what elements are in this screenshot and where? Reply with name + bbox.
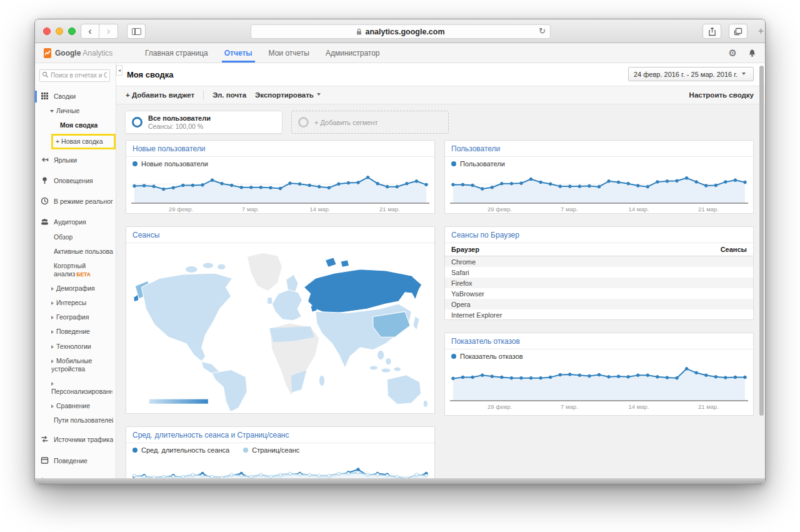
widget-title-link[interactable]: Сеансы — [126, 227, 434, 243]
sidebar-item-realtime[interactable]: В режиме реального врем — [35, 194, 116, 209]
table-row: Firefox — [445, 278, 753, 288]
search-input[interactable] — [39, 69, 110, 82]
minimize-button[interactable] — [56, 28, 63, 35]
dashboard-toolbar: + Добавить виджет Эл. почта Экспортирова… — [116, 86, 765, 104]
share-button[interactable] — [702, 24, 721, 39]
sidebar-item-my-dashboard[interactable]: Моя сводка — [35, 118, 116, 133]
sidebar-item-users-flow[interactable]: Пути пользователей — [35, 413, 116, 428]
sidebar-item-label: Поведение — [54, 457, 88, 465]
new-users-line-chart — [131, 169, 429, 204]
sidebar-item-dashboards[interactable]: Сводки — [35, 89, 116, 104]
sidebar-item-behavior[interactable]: Поведение — [35, 454, 116, 468]
sidebar-item-mobile[interactable]: Мобильные устройства — [35, 354, 114, 376]
export-button[interactable]: Экспортировать — [255, 91, 323, 99]
tabs-overview-button[interactable] — [729, 24, 748, 39]
close-button[interactable] — [43, 28, 51, 35]
tab-home[interactable]: Главная страница — [145, 43, 208, 63]
sidebar-item-overview[interactable]: Обзор — [35, 230, 116, 244]
sidebar-toggle-button[interactable] — [127, 24, 146, 39]
legend-label: Сред. длительность сеанса — [141, 446, 229, 454]
caret-right-icon — [51, 359, 54, 363]
customize-dashboard-button[interactable]: Настроить сводку — [689, 91, 754, 99]
sidebar-item-new-dashboard[interactable]: + Новая сводка — [35, 133, 116, 151]
axis-tick: 21 мар. — [698, 403, 719, 410]
horizontal-scrollbar-track[interactable] — [35, 478, 765, 484]
sidebar-item-benchmarking[interactable]: Сравнение — [35, 399, 116, 413]
widget-session-duration: Сред. длительность сеанса и Страниц/сеан… — [126, 426, 435, 484]
back-button[interactable]: ‹ — [81, 24, 99, 39]
add-segment-label: + Добавить сегмент — [314, 119, 378, 126]
add-segment-button[interactable]: + Добавить сегмент — [291, 111, 449, 134]
segment-ring-icon — [132, 117, 142, 128]
sidebar-item-alerts[interactable]: Оповещения — [35, 174, 116, 188]
sidebar-item-label: Поведение — [56, 328, 90, 335]
sidebar-item-label: Обзор — [54, 233, 72, 241]
add-widget-button[interactable]: + Добавить виджет — [126, 91, 194, 99]
sidebar-item-label: Мобильные устройства — [51, 357, 92, 373]
sidebar-item-custom[interactable]: Персонализированный — [35, 376, 115, 399]
sidebar-item-demographics[interactable]: Демография — [35, 281, 116, 296]
tab-admin[interactable]: Администратор — [326, 43, 380, 63]
sidebar-item-private[interactable]: Личные — [35, 104, 116, 118]
sidebar-item-behavior-audience[interactable]: Поведение — [35, 324, 116, 339]
sidebar-item-label: Сравнение — [56, 402, 90, 409]
legend-dot-icon — [451, 161, 456, 166]
sidebar-item-geo[interactable]: География — [35, 310, 116, 324]
browser-name: Opera — [451, 301, 471, 308]
segment-all-users[interactable]: Все пользователи Сеансы: 100,00 % — [125, 111, 282, 134]
sidebar-item-audience[interactable]: Аудитория — [35, 215, 116, 229]
axis-tick: 14 мар. — [628, 403, 649, 410]
address-bar[interactable]: analytics.google.com ↻ — [251, 24, 551, 39]
sidebar-item-acquisition[interactable]: Источники трафика — [35, 433, 116, 447]
fullscreen-button[interactable] — [68, 28, 76, 35]
share-icon — [708, 27, 716, 36]
widget-title-link[interactable]: Сред. длительность сеанса и Страниц/сеан… — [126, 427, 434, 443]
column-header-sessions: Сеансы — [721, 246, 747, 253]
caret-right-icon — [51, 316, 54, 319]
traffic-icon — [41, 435, 49, 443]
widget-sessions-by-browser: Сеансы по Браузер Браузер Сеансы Chrome … — [444, 226, 754, 320]
date-range-text: 24 февр. 2016 г. - 25 мар. 2016 г. — [634, 71, 738, 78]
notifications-bell-icon[interactable] — [748, 49, 756, 58]
vertical-scrollbar-thumb[interactable] — [759, 66, 764, 416]
widget-new-users: Новые пользователи Новые пользователи 29… — [126, 140, 435, 214]
tab-my-reports[interactable]: Мои отчеты — [269, 43, 309, 63]
widget-title-link[interactable]: Показатель отказов — [445, 333, 753, 349]
sidebar-item-label: Интересы — [56, 299, 86, 306]
map-legend-gradient — [149, 399, 208, 404]
sidebar-icon — [132, 28, 141, 35]
sidebar-item-shortcuts[interactable]: Ярлыки — [35, 153, 116, 168]
table-row: Safari — [445, 267, 753, 278]
sidebar-item-label: Личные — [56, 107, 79, 114]
date-range-selector[interactable]: 24 февр. 2016 г. - 25 мар. 2016 г. — [628, 67, 754, 81]
sidebar-item-active-users[interactable]: Активные пользова... — [35, 244, 116, 259]
browser-name: Internet Explorer — [451, 311, 502, 318]
label-arrow-icon — [41, 156, 49, 164]
page-title: Моя сводка — [127, 70, 174, 79]
new-tab-button[interactable]: + — [758, 26, 764, 37]
widget-title-link[interactable]: Пользователи — [445, 141, 753, 157]
forward-button[interactable]: › — [99, 24, 118, 39]
sidebar-item-interests[interactable]: Интересы — [35, 296, 116, 310]
caret-right-icon — [51, 404, 54, 408]
email-button[interactable]: Эл. почта — [212, 91, 246, 99]
legend-item: Страниц/сеанс — [243, 446, 299, 454]
ga-logo[interactable]: Google Analytics — [35, 48, 116, 58]
sidebar-item-technology[interactable]: Технологии — [35, 339, 116, 354]
logo-product-text: Analytics — [82, 49, 112, 58]
browser-name: Chrome — [451, 258, 476, 265]
axis-tick: 29 февр. — [169, 206, 193, 213]
widget-title-link[interactable]: Сеансы по Браузер — [445, 227, 753, 243]
sidebar-item-cohort[interactable]: Когортный анализБЕТА — [35, 259, 115, 281]
reload-icon[interactable]: ↻ — [539, 26, 546, 36]
table-row: Chrome — [445, 256, 753, 267]
widget-title-link[interactable]: Новые пользователи — [126, 141, 434, 157]
settings-gear-icon[interactable]: ⚙ — [729, 48, 737, 59]
caret-down-icon — [317, 93, 321, 96]
sidebar-collapse-toggle[interactable]: ◂ — [116, 65, 122, 76]
sidebar-item-label: Персонализированный — [51, 388, 112, 395]
tab-reports[interactable]: Отчеты — [224, 43, 252, 63]
sidebar-item-label: Активные пользова... — [54, 248, 113, 256]
ga-logo-icon — [44, 48, 51, 58]
x-axis-ticks: 29 февр. 7 мар. 14 мар. 21 мар. — [450, 204, 748, 214]
